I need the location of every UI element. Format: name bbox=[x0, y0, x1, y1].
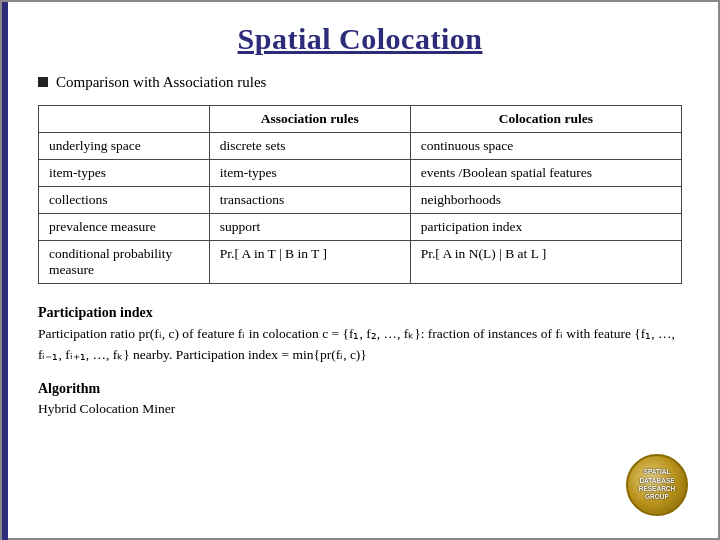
table-cell-1-2: events /Boolean spatial features bbox=[410, 160, 681, 187]
table-cell-4-0: conditional probability measure bbox=[39, 241, 210, 284]
table-cell-4-2: Pr.[ A in N(L) | B at L ] bbox=[410, 241, 681, 284]
table-cell-2-2: neighborhoods bbox=[410, 187, 681, 214]
table-cell-4-1: Pr.[ A in T | B in T ] bbox=[209, 241, 410, 284]
table-cell-2-1: transactions bbox=[209, 187, 410, 214]
col-header-1: Association rules bbox=[209, 106, 410, 133]
col-header-2: Colocation rules bbox=[410, 106, 681, 133]
table-header-row: Association rules Colocation rules bbox=[39, 106, 682, 133]
participation-text: Participation ratio pr(fᵢ, c) of feature… bbox=[38, 324, 682, 366]
table-cell-1-0: item-types bbox=[39, 160, 210, 187]
algorithm-title: Algorithm bbox=[38, 378, 682, 400]
table-cell-3-0: prevalence measure bbox=[39, 214, 210, 241]
bullet-icon bbox=[38, 77, 48, 87]
table-row: collectionstransactionsneighborhoods bbox=[39, 187, 682, 214]
bullet-label: Comparison with Association rules bbox=[56, 74, 266, 91]
col-header-0 bbox=[39, 106, 210, 133]
logo-text: SPATIALDATABASERESEARCHGROUP bbox=[639, 468, 675, 502]
participation-title: Participation index bbox=[38, 302, 682, 324]
algorithm-text: Hybrid Colocation Miner bbox=[38, 399, 682, 420]
slide-title: Spatial Colocation bbox=[38, 22, 682, 56]
table-row: underlying spacediscrete setscontinuous … bbox=[39, 133, 682, 160]
slide: Spatial Colocation Comparison with Assoc… bbox=[0, 0, 720, 540]
table-cell-0-2: continuous space bbox=[410, 133, 681, 160]
logo: SPATIALDATABASERESEARCHGROUP bbox=[626, 454, 688, 516]
comparison-table: Association rules Colocation rules under… bbox=[38, 105, 682, 284]
table-row: item-typesitem-typesevents /Boolean spat… bbox=[39, 160, 682, 187]
table-cell-2-0: collections bbox=[39, 187, 210, 214]
table-cell-1-1: item-types bbox=[209, 160, 410, 187]
table-cell-3-2: participation index bbox=[410, 214, 681, 241]
table-row: prevalence measuresupportparticipation i… bbox=[39, 214, 682, 241]
algorithm-section: Algorithm Hybrid Colocation Miner bbox=[38, 378, 682, 421]
left-bar bbox=[2, 2, 8, 540]
table-cell-0-0: underlying space bbox=[39, 133, 210, 160]
table-cell-3-1: support bbox=[209, 214, 410, 241]
table-cell-0-1: discrete sets bbox=[209, 133, 410, 160]
table-row: conditional probability measurePr.[ A in… bbox=[39, 241, 682, 284]
bullet-row: Comparison with Association rules bbox=[38, 74, 682, 91]
logo-circle: SPATIALDATABASERESEARCHGROUP bbox=[626, 454, 688, 516]
participation-section: Participation index Participation ratio … bbox=[38, 302, 682, 366]
